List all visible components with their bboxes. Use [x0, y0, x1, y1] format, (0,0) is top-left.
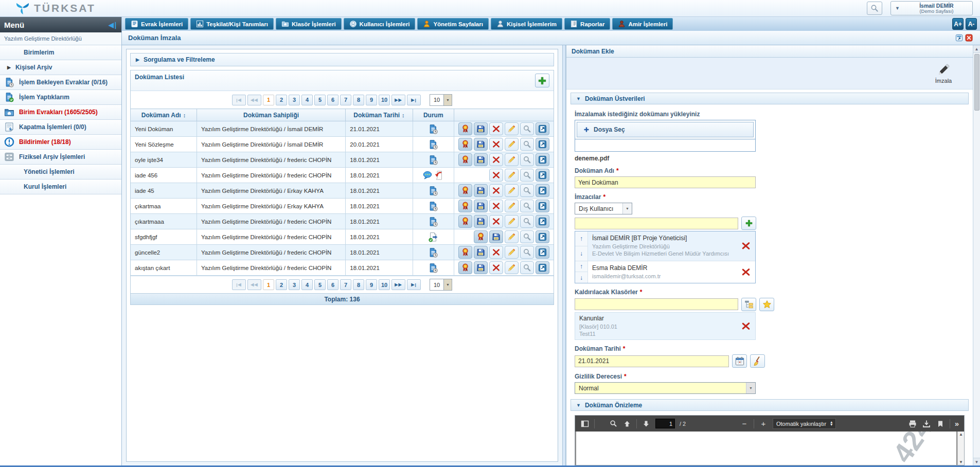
view-button[interactable]	[520, 246, 534, 259]
view-button[interactable]	[520, 230, 534, 243]
save-button[interactable]	[474, 184, 488, 197]
edit-button[interactable]	[505, 215, 519, 228]
move-up-button[interactable]: ↑	[575, 231, 587, 246]
page-button-8[interactable]: 8	[353, 95, 364, 105]
global-search-button[interactable]	[867, 2, 882, 15]
font-decrease-button[interactable]: A-	[966, 18, 977, 30]
share-button[interactable]	[536, 184, 549, 197]
share-button[interactable]	[536, 200, 549, 212]
edit-button[interactable]	[505, 230, 519, 243]
pdf-page-up-icon[interactable]	[622, 420, 632, 427]
edit-button[interactable]	[505, 200, 519, 212]
pdf-sidebar-toggle-icon[interactable]	[580, 420, 590, 428]
next-page-button[interactable]: ▶▶	[391, 279, 405, 290]
add-document-button[interactable]	[535, 74, 549, 87]
view-button[interactable]	[520, 261, 534, 274]
save-button[interactable]	[474, 215, 488, 228]
delete-button[interactable]	[489, 184, 503, 197]
pdf-page-down-icon[interactable]	[642, 420, 651, 427]
scrollbar-thumb[interactable]	[974, 54, 979, 111]
table-row[interactable]: Yeni SözleşmeYazılım Geliştirme Direktör…	[131, 137, 554, 152]
view-button[interactable]	[520, 169, 534, 182]
view-button[interactable]	[520, 122, 534, 135]
save-button[interactable]	[474, 200, 488, 212]
table-row[interactable]: oyle işte34Yazılım Geliştirme Direktörlü…	[131, 152, 554, 168]
sign-button[interactable]	[458, 184, 472, 197]
sidebar-item-fiziksel-ar-iv-i-lemleri[interactable]: Fiziksel Arşiv İşlemleri	[0, 150, 121, 165]
calendar-button[interactable]	[732, 354, 747, 368]
view-button[interactable]	[520, 138, 534, 151]
folder-search-input[interactable]	[575, 298, 738, 310]
save-button[interactable]	[474, 138, 488, 151]
edit-button[interactable]	[505, 122, 519, 135]
delete-button[interactable]	[489, 215, 503, 228]
first-page-button[interactable]: |◀	[232, 95, 246, 105]
tab-klas-r-i-lemleri[interactable]: Klasör İşlemleri	[276, 18, 342, 30]
metadata-section-header[interactable]: ▼ Doküman Üstverileri	[571, 93, 969, 104]
prev-page-button[interactable]: ◀◀	[247, 279, 261, 290]
favorite-folders-button[interactable]	[759, 298, 774, 311]
tab-evrak-i-lemleri[interactable]: Evrak İşlemleri	[125, 18, 188, 30]
sign-button[interactable]	[458, 215, 472, 228]
page-button-1[interactable]: 1	[263, 279, 274, 290]
move-down-button[interactable]: ↓	[575, 272, 587, 283]
signer-type-select[interactable]: Dış Kullanıcı ▼	[575, 203, 632, 214]
scroll-up-icon[interactable]: ▲	[973, 45, 980, 53]
page-button-5[interactable]: 5	[314, 95, 326, 105]
pane-splitter[interactable]	[562, 45, 566, 465]
move-down-button[interactable]: ↓	[575, 246, 587, 261]
pdf-scrollbar[interactable]: ▲ ▼	[957, 432, 964, 465]
vertical-scrollbar[interactable]: ▲ ▼	[973, 45, 980, 465]
page-button-10[interactable]: 10	[379, 279, 390, 290]
sign-button[interactable]	[474, 230, 488, 243]
collapse-menu-icon[interactable]: ◀❘	[109, 21, 117, 29]
share-button[interactable]	[536, 122, 549, 135]
tab-kullan-c-i-lemleri[interactable]: Kullanıcı İşlemleri	[344, 18, 416, 30]
delete-button[interactable]	[489, 169, 503, 182]
sidebar-item-i-lem-bekleyen-evraklar-0-16[interactable]: İşlem Bekleyen Evraklar (0/16)	[0, 75, 121, 90]
tab-amir-i-lemleri[interactable]: Amir İşlemleri	[612, 18, 673, 30]
remove-signer-button[interactable]	[737, 261, 755, 283]
sign-button[interactable]	[458, 153, 472, 166]
sign-button[interactable]	[458, 122, 472, 135]
pdf-page-input[interactable]: 1	[655, 419, 675, 428]
view-button[interactable]	[520, 184, 534, 197]
sidebar-item-i-lem-yapt-klar-m[interactable]: İşlem Yaptıklarım	[0, 90, 121, 105]
page-button-4[interactable]: 4	[301, 279, 313, 290]
scroll-up-icon[interactable]: ▲	[959, 432, 963, 437]
folder-tree-button[interactable]	[741, 298, 756, 311]
remove-folder-button[interactable]	[737, 315, 755, 338]
page-button-9[interactable]: 9	[366, 95, 377, 105]
doc-date-input[interactable]	[575, 355, 729, 367]
pdf-zoom-out-icon[interactable]: −	[740, 419, 749, 428]
add-signer-button[interactable]	[741, 217, 756, 230]
save-button[interactable]	[474, 122, 488, 135]
page-button-7[interactable]: 7	[340, 279, 351, 290]
last-page-button[interactable]: ▶|	[407, 95, 421, 105]
remove-signer-button[interactable]	[737, 231, 755, 261]
share-button[interactable]	[536, 261, 549, 274]
share-button[interactable]	[536, 246, 549, 259]
page-size-select[interactable]: 10▼	[430, 279, 452, 291]
sign-button[interactable]	[458, 138, 472, 151]
close-icon[interactable]	[965, 34, 973, 42]
scroll-down-icon[interactable]: ▼	[959, 460, 963, 464]
sidebar-item-kurul-i-lemleri[interactable]: Kurul İşlemleri	[0, 179, 121, 194]
save-button[interactable]	[489, 230, 503, 243]
page-button-6[interactable]: 6	[327, 95, 338, 105]
tab-ki-isel-i-lemlerim[interactable]: Kişisel İşlemlerim	[491, 18, 562, 30]
view-button[interactable]	[520, 153, 534, 166]
page-button-5[interactable]: 5	[314, 279, 326, 290]
share-button[interactable]	[536, 138, 549, 151]
sidebar-item-bildirimler-18-18[interactable]: Bildirimler (18/18)	[0, 135, 121, 150]
clear-date-button[interactable]	[750, 354, 765, 368]
edit-button[interactable]	[505, 246, 519, 259]
edit-button[interactable]	[505, 138, 519, 151]
column-header-dok-man-ad[interactable]: Doküman Adı↕	[131, 109, 197, 121]
view-button[interactable]	[520, 215, 534, 228]
table-row[interactable]: iade 45Yazılım Geliştirme Direktörlüğü /…	[131, 183, 554, 199]
pdf-find-icon[interactable]	[609, 420, 618, 427]
pdf-more-tools-icon[interactable]: »	[955, 419, 959, 428]
sign-button[interactable]: İmzala	[924, 63, 963, 84]
delete-button[interactable]	[489, 200, 503, 212]
